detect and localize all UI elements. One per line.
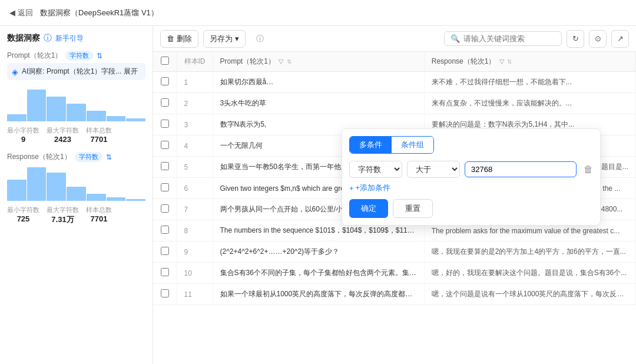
sidebar: 数据洞察 ⓘ 新手引导 Prompt（轮次1） 字符数 ⇅ ◈ AI洞察: Pr…: [0, 26, 153, 364]
row-checkbox[interactable]: [161, 289, 169, 297]
table-header-row: 样本ID Prompt（轮次1） ▽ ⇅ Response（轮次1） ▽ ⇅: [153, 52, 636, 72]
prompt-histogram: [7, 86, 145, 121]
row-id: 2: [177, 93, 213, 114]
bar-5: [87, 111, 106, 121]
prompt-tag-arrow: ⇅: [97, 52, 102, 60]
response-stats-row: 最小字符数 725 最大字符数 7.31万 样本总数 7701: [7, 206, 145, 225]
prompt-stats-row: 最小字符数 9 最大字符数 2423 样本总数 7701: [7, 126, 145, 144]
main-content: 🗑 删除 另存为 ▾ ⓘ 🔍 ↻ ⊙ ↗: [153, 26, 636, 364]
new-guide-button[interactable]: 新手引导: [55, 34, 84, 44]
row-checkbox[interactable]: [161, 226, 169, 234]
col-checkbox[interactable]: [153, 52, 177, 72]
prompt-total-stat: 样本总数 7701: [86, 126, 112, 144]
table-row: 9 (2^2+4^2+6^2+……+20^2)等于多少？ 嗯，我现在要算的是2的…: [153, 241, 636, 263]
bar-4: [67, 104, 86, 121]
row-checkbox-cell[interactable]: [153, 199, 177, 220]
row-checkbox-cell[interactable]: [153, 263, 177, 284]
delete-button[interactable]: 🗑 删除: [160, 30, 198, 48]
filter-tab-group[interactable]: 条件组: [392, 137, 433, 153]
filter-operator-select[interactable]: 等于 不等于 大于 小于 大于等于 小于等于: [407, 161, 460, 178]
save-as-button[interactable]: 另存为 ▾: [203, 30, 246, 48]
row-checkbox[interactable]: [161, 77, 169, 85]
row-prompt: 如果一个球最初从1000英尺的高度落下，每次反弹的高度都是下落高度...: [213, 284, 424, 305]
row-id: 3: [177, 114, 213, 135]
back-icon: ◀: [9, 8, 15, 17]
response-sort-icon[interactable]: ⇅: [507, 58, 512, 65]
response-total-stat: 样本总数 7701: [86, 206, 112, 225]
col-response: Response（轮次1） ▽ ⇅: [424, 52, 635, 72]
row-checkbox-cell[interactable]: [153, 93, 177, 114]
row-checkbox-cell[interactable]: [153, 72, 177, 93]
row-checkbox[interactable]: [161, 120, 169, 128]
select-all-checkbox[interactable]: [161, 57, 169, 65]
add-condition-label: +添加条件: [356, 183, 391, 193]
refresh-icon: ↻: [572, 34, 579, 43]
settings-button[interactable]: ⊙: [589, 30, 607, 48]
toolbar: 🗑 删除 另存为 ▾ ⓘ 🔍 ↻ ⊙ ↗: [153, 26, 636, 52]
prompt-tag-badge[interactable]: 字符数: [65, 51, 93, 61]
info-icon-btn[interactable]: ⓘ: [250, 31, 270, 47]
row-checkbox[interactable]: [161, 247, 169, 255]
prompt-sort-icon[interactable]: ⇅: [287, 58, 292, 65]
delete-label: 删除: [177, 34, 192, 44]
filter-delete-button[interactable]: 🗑: [581, 163, 595, 176]
row-id: 7: [177, 199, 213, 220]
row-prompt: 集合S有36个不同的子集，每个子集都恰好包含两个元素。集合S能有...: [213, 263, 424, 284]
row-id: 8: [177, 220, 213, 241]
sidebar-header: 数据洞察 ⓘ 新手引导: [7, 33, 145, 44]
row-prompt: (2^2+4^2+6^2+……+20^2)等于多少？: [213, 241, 424, 263]
prompt-filter-icon[interactable]: ▽: [279, 58, 283, 65]
bar-2: [27, 90, 47, 121]
col-sample-id: 样本ID: [177, 52, 213, 72]
rbar-6: [107, 197, 126, 201]
response-tag-arrow: ⇅: [106, 153, 112, 161]
refresh-button[interactable]: ↻: [567, 30, 584, 48]
response-tag-badge[interactable]: 字符数: [75, 152, 102, 162]
rbar-2: [27, 167, 47, 201]
search-input[interactable]: [463, 34, 555, 43]
filter-actions: 确定 重置: [349, 199, 593, 218]
row-checkbox[interactable]: [161, 141, 169, 149]
row-id: 1: [177, 72, 213, 93]
chevron-down-icon: ▾: [235, 34, 239, 43]
table-row: 11 如果一个球最初从1000英尺的高度落下，每次反弹的高度都是下落高度... …: [153, 284, 636, 305]
row-checkbox[interactable]: [161, 162, 169, 170]
row-prompt: 3头水牛吃的草: [213, 93, 424, 114]
rbar-3: [47, 173, 66, 201]
row-checkbox[interactable]: [161, 98, 169, 107]
row-checkbox[interactable]: [161, 204, 169, 213]
row-checkbox-cell[interactable]: [153, 135, 177, 157]
save-as-label: 另存为: [210, 34, 233, 44]
row-id: 11: [177, 284, 213, 305]
filter-value-input[interactable]: [465, 161, 577, 177]
add-condition-button[interactable]: + +添加条件: [349, 183, 593, 193]
row-checkbox[interactable]: [161, 268, 169, 276]
response-min-stat: 最小字符数 725: [7, 206, 39, 225]
search-box: 🔍: [444, 31, 562, 46]
row-checkbox-cell[interactable]: [153, 220, 177, 241]
ai-insight-text: AI洞察: Prompt（轮次1）字段... 展开: [22, 67, 138, 77]
main-layout: 数据洞察 ⓘ 新手引导 Prompt（轮次1） 字符数 ⇅ ◈ AI洞察: Pr…: [0, 26, 636, 364]
back-button[interactable]: ◀ 返回: [9, 8, 33, 18]
row-checkbox-cell[interactable]: [153, 241, 177, 263]
row-id: 10: [177, 263, 213, 284]
prompt-section: Prompt（轮次1） 字符数 ⇅ ◈ AI洞察: Prompt（轮次1）字段.…: [7, 51, 145, 144]
row-checkbox-cell[interactable]: [153, 157, 177, 178]
bar-7: [126, 118, 145, 121]
filter-field-select[interactable]: 字符数 行数 词数: [349, 161, 402, 178]
row-checkbox-cell[interactable]: [153, 284, 177, 305]
row-id: 6: [177, 178, 213, 199]
filter-tab-multi[interactable]: 多条件: [350, 137, 392, 153]
row-checkbox-cell[interactable]: [153, 114, 177, 135]
search-icon: 🔍: [450, 34, 460, 43]
back-label: 返回: [18, 8, 33, 18]
rbar-5: [87, 194, 106, 201]
filter-confirm-button[interactable]: 确定: [349, 199, 388, 218]
filter-reset-button[interactable]: 重置: [393, 199, 433, 218]
response-filter-icon[interactable]: ▽: [499, 58, 504, 65]
row-checkbox[interactable]: [161, 183, 169, 191]
row-checkbox-cell[interactable]: [153, 178, 177, 199]
export-button[interactable]: ↗: [611, 30, 629, 48]
sidebar-title: 数据洞察: [7, 33, 40, 44]
row-response: 来有点复杂，不过慢慢来，应该能解决的。...: [424, 93, 635, 114]
